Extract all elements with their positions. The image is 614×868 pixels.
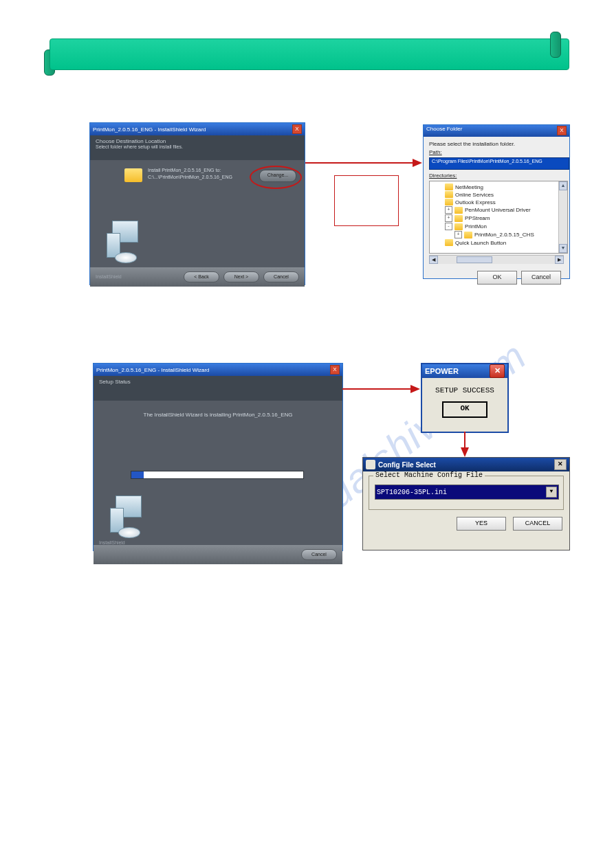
- folder-icon: [454, 215, 463, 222]
- callout-box: [334, 175, 399, 226]
- scroll-right-icon[interactable]: ▶: [555, 256, 564, 264]
- scroll-thumb[interactable]: [457, 256, 492, 263]
- installer2-title: PrintMon_2.0.5.16_ENG - InstallShield Wi…: [96, 367, 210, 373]
- progress-bar: [131, 471, 304, 479]
- tree-item[interactable]: -PrintMon: [431, 223, 566, 230]
- tree-item[interactable]: +PPStream: [431, 214, 566, 222]
- installer2-body: The InstallShield Wizard is installing P…: [94, 412, 342, 545]
- config-icon: [366, 460, 375, 469]
- tree-item[interactable]: Online Services: [431, 191, 566, 198]
- installer2-header-title: Setup Status: [99, 379, 337, 385]
- close-icon[interactable]: ✕: [490, 364, 505, 378]
- progress-fill: [131, 471, 144, 478]
- banner: [50, 38, 569, 70]
- installer1-body: Install PrintMon_2.0.5.16_ENG to: C:\...…: [90, 160, 305, 267]
- browse-title: Choose Folder: [426, 126, 462, 136]
- folder-icon: [445, 183, 453, 190]
- config-value: SPT10206-35PL.ini: [377, 489, 447, 496]
- close-icon[interactable]: X: [330, 365, 340, 375]
- installer2-footer: InstallShield Cancel: [94, 545, 342, 564]
- cancel-button[interactable]: Cancel: [301, 549, 337, 560]
- installer2-msg: The InstallShield Wizard is installing P…: [94, 412, 342, 418]
- installer2-header: Setup Status: [94, 376, 342, 401]
- computer-icon: [103, 496, 147, 538]
- chevron-down-icon[interactable]: ▼: [546, 487, 557, 498]
- yes-button[interactable]: YES: [457, 517, 506, 531]
- epower-title: EPOWER: [425, 367, 459, 375]
- folder-icon: [445, 191, 453, 198]
- folder-icon: [445, 199, 453, 205]
- horizontal-scrollbar[interactable]: ◀ ▶: [429, 255, 564, 264]
- vertical-scrollbar[interactable]: ▲ ▼: [558, 181, 567, 253]
- scroll-left-icon[interactable]: ◀: [429, 256, 438, 264]
- config-titlebar: Config File Select ✕: [363, 458, 569, 471]
- tree-item[interactable]: +PrintMon_2.0.5.15_CHS: [431, 231, 566, 238]
- cancel-button[interactable]: Cancel: [263, 271, 299, 282]
- installer1-titlebar: PrintMon_2.0.5.16_ENG - InstallShield Wi…: [90, 123, 305, 135]
- installer1-header: Choose Destination Location Select folde…: [90, 135, 305, 160]
- folder-icon: [464, 232, 472, 238]
- folder-icon: [454, 223, 463, 230]
- expand-icon[interactable]: +: [454, 231, 462, 238]
- banner-cap-right: [550, 32, 561, 58]
- config-file-select-dialog: Config File Select ✕ Select Machine Conf…: [362, 457, 570, 550]
- close-icon[interactable]: ✕: [554, 459, 567, 470]
- config-combobox[interactable]: SPT10206-35PL.ini ▼: [375, 485, 559, 500]
- config-buttons: YES CANCEL: [363, 510, 569, 531]
- folder-icon: [454, 207, 463, 214]
- collapse-icon[interactable]: -: [445, 223, 452, 230]
- config-title: Config File Select: [378, 461, 436, 469]
- epower-titlebar: EPOWER ✕: [422, 364, 507, 378]
- installer-progress: PrintMon_2.0.5.16_ENG - InstallShield Wi…: [93, 363, 343, 551]
- choose-folder-dialog: Choose Folder X Please select the instal…: [423, 124, 570, 279]
- config-group: Select Machine Config File SPT10206-35PL…: [369, 476, 564, 510]
- tree-item[interactable]: Quick Launch Button: [431, 239, 566, 246]
- brand: InstallShield: [96, 274, 122, 279]
- brand: InstallShield: [99, 540, 125, 545]
- cancel-button[interactable]: CANCEL: [513, 517, 562, 531]
- next-button[interactable]: Next >: [223, 271, 259, 282]
- install-path-text: Install PrintMon_2.0.5.16_ENG to: C:\...…: [148, 167, 232, 181]
- scroll-up-icon[interactable]: ▲: [559, 181, 567, 190]
- epower-msg: SETUP SUCCESS: [422, 386, 507, 394]
- close-icon[interactable]: X: [292, 124, 302, 134]
- directory-tree[interactable]: NetMeeting Online Services Outlook Expre…: [429, 181, 568, 254]
- browse-prompt: Please select the installation folder.: [429, 141, 564, 147]
- browse-titlebar: Choose Folder X: [424, 125, 569, 137]
- installer1-header-title: Choose Destination Location: [96, 138, 299, 144]
- computer-icon: [100, 221, 144, 263]
- tree-item[interactable]: +PenMount Universal Driver: [431, 206, 566, 214]
- tree-item[interactable]: Outlook Express: [431, 199, 566, 205]
- installer2-titlebar: PrintMon_2.0.5.16_ENG - InstallShield Wi…: [94, 364, 342, 376]
- config-legend: Select Machine Config File: [373, 471, 485, 479]
- installer1-header-sub: Select folder where setup will install f…: [96, 144, 299, 149]
- epower-success-dialog: EPOWER ✕ SETUP SUCCESS OK: [421, 363, 509, 433]
- highlight-oval: [250, 166, 302, 189]
- installer1-footer: InstallShield < Back Next > Cancel: [90, 267, 305, 287]
- path-input[interactable]: C:\Program Files\PrintMon\PrintMon_2.0.5…: [429, 157, 569, 170]
- expand-icon[interactable]: +: [445, 206, 452, 214]
- back-button[interactable]: < Back: [184, 271, 219, 282]
- folder-icon: [124, 168, 142, 182]
- ok-button[interactable]: OK: [442, 401, 487, 418]
- browse-body: Please select the installation folder. P…: [424, 137, 569, 289]
- tree-item[interactable]: NetMeeting: [431, 183, 566, 190]
- close-icon[interactable]: X: [557, 126, 567, 135]
- path-label: Path:: [429, 149, 564, 155]
- directories-label: Directories:: [429, 173, 564, 179]
- scroll-down-icon[interactable]: ▼: [559, 244, 567, 253]
- installer1-title: PrintMon_2.0.5.16_ENG - InstallShield Wi…: [93, 126, 206, 133]
- cancel-button[interactable]: Cancel: [521, 271, 561, 285]
- browse-buttons: OK Cancel: [429, 271, 564, 285]
- folder-icon: [445, 239, 453, 246]
- installer-choose-destination: PrintMon_2.0.5.16_ENG - InstallShield Wi…: [89, 122, 305, 285]
- ok-button[interactable]: OK: [477, 271, 517, 285]
- expand-icon[interactable]: +: [445, 214, 452, 222]
